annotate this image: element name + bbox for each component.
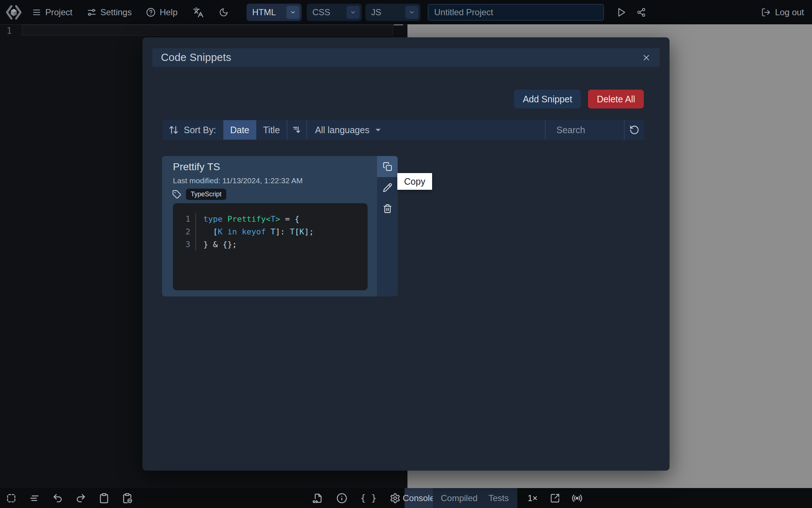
redo-icon[interactable] [75, 493, 86, 504]
code-line: 2 [K in keyof T]: T[K]; [173, 225, 368, 238]
code-line: 1type Prettify<T> = { [173, 213, 368, 225]
trash-icon [383, 204, 392, 213]
tab-console[interactable]: Console [405, 488, 433, 508]
logout-label: Log out [775, 7, 804, 17]
edit-snippet-button[interactable] [377, 177, 398, 198]
snippet-title: Prettify TS [173, 161, 220, 173]
html-tab-label: HTML [252, 7, 276, 17]
menu-settings-label: Settings [100, 7, 132, 17]
sort-by-label: Sort By: [184, 125, 216, 135]
clipboard-remove-icon[interactable] [122, 493, 133, 504]
sliders-icon [87, 8, 96, 17]
delete-all-button[interactable]: Delete All [588, 90, 644, 108]
chevron-down-icon[interactable] [347, 6, 360, 19]
snippet-card[interactable]: Prettify TS Last modified: 11/13/2024, 1… [162, 156, 398, 296]
language-filter-value: All languages [315, 125, 369, 135]
run-play-icon[interactable] [616, 7, 626, 17]
share-icon[interactable] [637, 8, 646, 17]
search-input[interactable] [546, 120, 624, 140]
tab-tests[interactable]: Tests [483, 488, 517, 508]
logout-icon [761, 8, 771, 17]
bottom-toolbar: { } Console Compiled Tests 1× [0, 488, 812, 508]
refresh-button[interactable] [625, 120, 644, 140]
copy-snippet-button[interactable] [377, 156, 398, 177]
menu-help-label: Help [160, 7, 177, 17]
clipboard-icon[interactable] [99, 493, 109, 504]
current-line-highlight [22, 25, 393, 36]
output-tabs-secondary: Compiled Tests [433, 488, 517, 508]
editor-actions-group [6, 488, 133, 508]
sort-by-date-button[interactable]: Date [223, 120, 256, 140]
caret-down-icon [375, 128, 381, 132]
code-line: 3} & {}; [173, 238, 368, 251]
app-logo-icon[interactable] [4, 3, 23, 22]
tag-icon [172, 190, 181, 199]
help-circle-icon [146, 8, 156, 17]
select-all-icon[interactable] [6, 493, 17, 504]
language-filter-dropdown[interactable]: All languages [307, 120, 389, 140]
js-tab-label: JS [371, 7, 381, 17]
modal-actions: Add Snippet Delete All [514, 90, 644, 108]
delete-snippet-button[interactable] [377, 198, 398, 219]
chevron-down-icon[interactable] [405, 6, 418, 19]
modal-header: Code Snippets [152, 48, 660, 67]
menu-project-label: Project [45, 7, 72, 17]
undo-icon[interactable] [52, 493, 63, 504]
snippet-tags: TypeScript [172, 189, 226, 200]
modal-title: Code Snippets [161, 52, 231, 64]
braces-icon[interactable]: { } [360, 493, 377, 503]
language-badge: TypeScript [186, 189, 226, 200]
css-tab-label: CSS [312, 7, 330, 17]
output-tabs-group: Console Compiled Tests 1× [405, 488, 583, 508]
top-toolbar: Project Settings Help [0, 0, 812, 24]
app-window: Project Settings Help [0, 0, 812, 508]
project-name-input[interactable] [428, 4, 604, 21]
sort-direction-button[interactable] [287, 120, 306, 140]
copy-tooltip: Copy [397, 173, 432, 190]
open-external-icon[interactable] [550, 493, 560, 503]
js-editor-select[interactable]: JS [365, 4, 420, 21]
tab-compiled[interactable]: Compiled [433, 488, 483, 508]
info-icon[interactable] [336, 493, 347, 504]
html-editor-select[interactable]: HTML [246, 4, 302, 21]
menu-settings[interactable]: Settings [87, 7, 132, 17]
file-link-icon[interactable] [312, 493, 323, 504]
snippet-last-modified: Last modified: 11/13/2024, 1:22:32 AM [173, 176, 303, 185]
sort-toolbar: Sort By: Date Title All languages [163, 120, 644, 140]
settings-gear-icon[interactable] [390, 493, 401, 504]
add-snippet-button[interactable]: Add Snippet [514, 90, 581, 108]
broadcast-icon[interactable] [572, 493, 583, 504]
menu-help[interactable]: Help [146, 7, 177, 17]
snippet-code-block: 1type Prettify<T> = {2 [K in keyof T]: T… [173, 203, 368, 290]
chevron-down-icon[interactable] [286, 6, 299, 19]
menu-project[interactable]: Project [32, 7, 72, 17]
pencil-icon [383, 183, 392, 192]
sort-by-title-button[interactable]: Title [256, 120, 287, 140]
hamburger-icon [32, 8, 41, 17]
sort-descending-icon [292, 125, 302, 135]
refresh-icon [629, 125, 639, 135]
snippet-action-rail [377, 156, 398, 296]
logout-button[interactable]: Log out [761, 7, 804, 17]
code-snippets-modal: Code Snippets Add Snippet Delete All Sor… [142, 37, 670, 471]
translate-icon[interactable] [193, 7, 204, 18]
close-icon[interactable] [642, 53, 651, 62]
dark-mode-moon-icon[interactable] [219, 8, 228, 17]
snippet-code-lines: 1type Prettify<T> = {2 [K in keyof T]: T… [173, 213, 368, 251]
editor-tools-group: { } [312, 488, 401, 508]
sort-arrows-icon [169, 125, 179, 135]
copy-icon [383, 162, 392, 171]
format-code-icon[interactable] [29, 493, 40, 504]
zoom-level[interactable]: 1× [527, 493, 537, 503]
line-number: 1 [7, 25, 12, 36]
css-editor-select[interactable]: CSS [307, 4, 362, 21]
